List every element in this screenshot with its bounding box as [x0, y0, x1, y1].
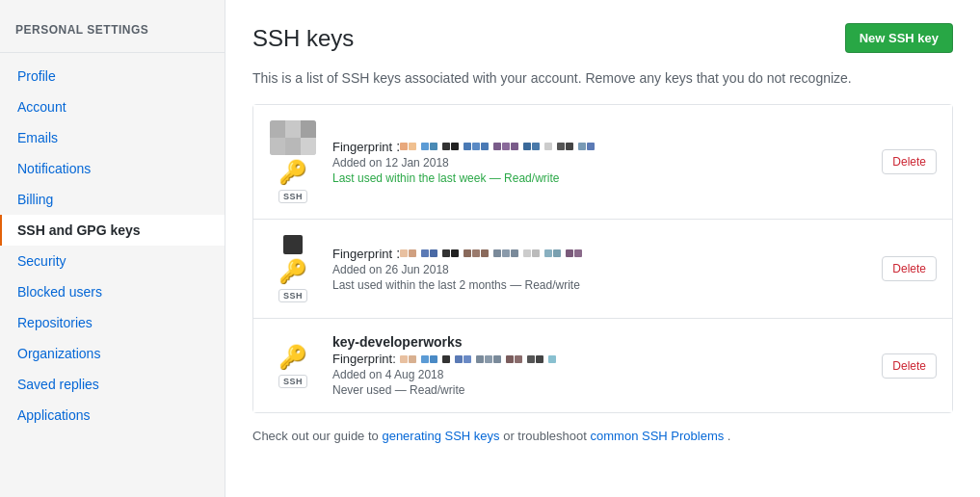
key-icon-1: 🔑 — [278, 159, 307, 186]
ssh-key-info-2: Fingerprint : — [332, 246, 882, 292]
page-description: This is a list of SSH keys associated wi… — [252, 68, 953, 89]
ssh-key-name-3: key-developerworks — [332, 334, 882, 350]
sidebar-item-notifications[interactable]: Notifications — [0, 153, 225, 184]
ssh-used-2: Last used within the last 2 months — Rea… — [332, 278, 882, 292]
ssh-badge-3: SSH — [278, 375, 307, 388]
sidebar-item-repositories[interactable]: Repositories — [0, 307, 225, 338]
sidebar-item-organizations[interactable]: Organizations — [0, 338, 225, 369]
ssh-key-info-3: key-developerworks Fingerprint: — [332, 334, 882, 397]
sidebar-item-billing[interactable]: Billing — [0, 184, 225, 215]
fingerprint-pixels-1 — [400, 143, 597, 150]
main-content: SSH keys New SSH key This is a list of S… — [225, 0, 980, 497]
sidebar-item-saved-replies[interactable]: Saved replies — [0, 369, 225, 400]
sidebar-item-profile[interactable]: Profile — [0, 61, 225, 92]
footer-text-middle: or troubleshoot — [503, 429, 590, 443]
fingerprint-pixels-3 — [400, 355, 559, 363]
sidebar-item-account[interactable]: Account — [0, 92, 225, 122]
ssh-badge-1: SSH — [278, 190, 307, 203]
ssh-key-icon-area-3: 🔑 SSH — [269, 344, 317, 388]
ssh-key-item-1: 🔑 SSH Fingerprint : — [253, 105, 952, 220]
fingerprint-row-3: Fingerprint: — [332, 352, 882, 366]
delete-key-3-button[interactable]: Delete — [882, 353, 937, 379]
page-header: SSH keys New SSH key — [252, 23, 953, 53]
sidebar-item-blocked-users[interactable]: Blocked users — [0, 276, 225, 307]
sidebar-item-security[interactable]: Security — [0, 246, 225, 276]
ssh-key-item-3: 🔑 SSH key-developerworks Fingerprint: — [253, 319, 952, 412]
footer-text-before: Check out our guide to — [252, 429, 382, 443]
key-icon-3: 🔑 — [278, 344, 307, 371]
key-icon-2: 🔑 — [278, 258, 307, 285]
ssh-used-3: Never used — Read/write — [332, 383, 882, 397]
sidebar-item-emails[interactable]: Emails — [0, 122, 225, 153]
footer-links: Check out our guide to generating SSH ke… — [252, 429, 953, 443]
generating-ssh-keys-link[interactable]: generating SSH keys — [382, 429, 499, 443]
delete-key-1-button[interactable]: Delete — [882, 149, 937, 174]
sidebar: Personal settings Profile Account Emails… — [0, 0, 225, 497]
page-title: SSH keys — [252, 25, 354, 52]
ssh-added-3: Added on 4 Aug 2018 — [332, 368, 882, 381]
delete-key-2-button[interactable]: Delete — [882, 256, 937, 281]
sidebar-item-applications[interactable]: Applications — [0, 400, 225, 431]
ssh-key-icon-area-2: 🔑 SSH — [269, 235, 317, 302]
ssh-key-icon-area-1: 🔑 SSH — [269, 120, 317, 203]
fingerprint-row-2: Fingerprint : — [332, 246, 882, 261]
sidebar-divider-top — [0, 52, 225, 53]
ssh-used-1: Last used within the last week — Read/wr… — [332, 171, 882, 185]
new-ssh-key-button[interactable]: New SSH key — [845, 23, 953, 53]
ssh-badge-2: SSH — [278, 289, 307, 302]
ssh-key-list: 🔑 SSH Fingerprint : — [252, 104, 953, 413]
ssh-added-2: Added on 26 Jun 2018 — [332, 263, 882, 276]
ssh-key-item-2: 🔑 SSH Fingerprint : — [253, 220, 952, 319]
ssh-key-info-1: Fingerprint : — [332, 139, 882, 185]
fingerprint-row-1: Fingerprint : — [332, 139, 882, 154]
ssh-added-1: Added on 12 Jan 2018 — [332, 156, 882, 170]
sidebar-item-ssh-gpg-keys[interactable]: SSH and GPG keys — [0, 215, 225, 246]
sidebar-title: Personal settings — [0, 15, 225, 44]
fingerprint-pixels-2 — [400, 249, 585, 257]
fingerprint-label-1: Fingerprint — [332, 140, 392, 154]
fingerprint-label-3: Fingerprint: — [332, 352, 396, 366]
footer-text-after: . — [728, 429, 731, 443]
fingerprint-label-2: Fingerprint — [332, 247, 392, 261]
common-ssh-problems-link[interactable]: common SSH Problems — [591, 429, 725, 443]
